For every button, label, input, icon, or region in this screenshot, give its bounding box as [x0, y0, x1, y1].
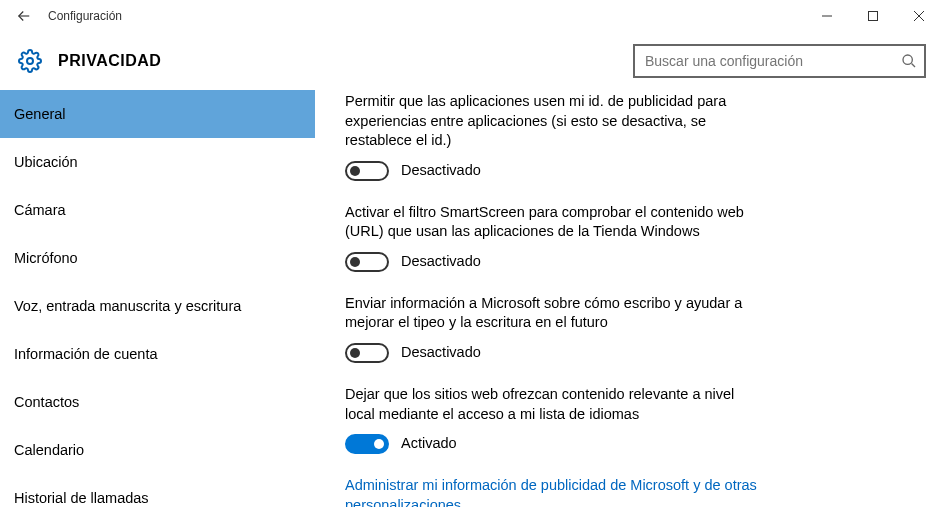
toggle-row: Desactivado — [345, 252, 912, 272]
toggle-knob — [350, 348, 360, 358]
toggle-row: Desactivado — [345, 343, 912, 363]
sidebar-item-historial-de-llamadas[interactable]: Historial de llamadas — [0, 474, 315, 507]
setting-item: Permitir que las aplicaciones usen mi id… — [345, 92, 912, 181]
toggle-row: Activado — [345, 434, 912, 454]
sidebar-item-label: Calendario — [14, 442, 84, 458]
toggle-state-label: Desactivado — [401, 343, 481, 363]
minimize-button[interactable] — [804, 0, 850, 32]
sidebar-item-general[interactable]: General — [0, 90, 315, 138]
sidebar-item-voz-entrada-manuscrita-y-escritura[interactable]: Voz, entrada manuscrita y escritura — [0, 282, 315, 330]
titlebar: Configuración — [0, 0, 942, 32]
back-button[interactable] — [8, 0, 40, 32]
toggle-knob — [350, 166, 360, 176]
sidebar-item-label: General — [14, 106, 66, 122]
sidebar: GeneralUbicaciónCámaraMicrófonoVoz, entr… — [0, 90, 315, 507]
search-icon — [894, 53, 924, 69]
window-title: Configuración — [40, 9, 122, 23]
close-button[interactable] — [896, 0, 942, 32]
content-panel: Permitir que las aplicaciones usen mi id… — [315, 90, 942, 507]
sidebar-item-c-mara[interactable]: Cámara — [0, 186, 315, 234]
svg-rect-0 — [869, 12, 878, 21]
sidebar-item-calendario[interactable]: Calendario — [0, 426, 315, 474]
sidebar-item-label: Contactos — [14, 394, 79, 410]
toggle-switch[interactable] — [345, 434, 389, 454]
toggle-knob — [350, 257, 360, 267]
svg-point-1 — [27, 58, 33, 64]
setting-item: Dejar que los sitios web ofrezcan conten… — [345, 385, 912, 454]
toggle-state-label: Activado — [401, 434, 457, 454]
minimize-icon — [822, 11, 832, 21]
sidebar-item-label: Voz, entrada manuscrita y escritura — [14, 298, 241, 314]
sidebar-item-ubicaci-n[interactable]: Ubicación — [0, 138, 315, 186]
toggle-state-label: Desactivado — [401, 252, 481, 272]
setting-item: Enviar información a Microsoft sobre cóm… — [345, 294, 912, 363]
sidebar-item-label: Historial de llamadas — [14, 490, 149, 506]
sidebar-item-contactos[interactable]: Contactos — [0, 378, 315, 426]
manage-ad-info-link[interactable]: Administrar mi información de publicidad… — [345, 476, 785, 507]
gear-icon — [18, 49, 42, 73]
search-input[interactable] — [635, 53, 894, 69]
arrow-left-icon — [15, 7, 33, 25]
setting-description: Dejar que los sitios web ofrezcan conten… — [345, 385, 765, 424]
toggle-row: Desactivado — [345, 161, 912, 181]
sidebar-item-label: Cámara — [14, 202, 66, 218]
maximize-icon — [868, 11, 878, 21]
toggle-switch[interactable] — [345, 343, 389, 363]
setting-description: Enviar información a Microsoft sobre cóm… — [345, 294, 765, 333]
sidebar-item-informaci-n-de-cuenta[interactable]: Información de cuenta — [0, 330, 315, 378]
sidebar-item-micr-fono[interactable]: Micrófono — [0, 234, 315, 282]
toggle-state-label: Desactivado — [401, 161, 481, 181]
close-icon — [914, 11, 924, 21]
setting-description: Activar el filtro SmartScreen para compr… — [345, 203, 765, 242]
toggle-switch[interactable] — [345, 252, 389, 272]
search-box[interactable] — [633, 44, 926, 78]
setting-item: Activar el filtro SmartScreen para compr… — [345, 203, 912, 272]
sidebar-item-label: Ubicación — [14, 154, 78, 170]
sidebar-item-label: Información de cuenta — [14, 346, 157, 362]
toggle-switch[interactable] — [345, 161, 389, 181]
svg-point-2 — [903, 55, 912, 64]
sidebar-item-label: Micrófono — [14, 250, 78, 266]
setting-description: Permitir que las aplicaciones usen mi id… — [345, 92, 765, 151]
maximize-button[interactable] — [850, 0, 896, 32]
page-title: PRIVACIDAD — [58, 52, 161, 70]
page-header: PRIVACIDAD — [0, 32, 942, 90]
toggle-knob — [374, 439, 384, 449]
